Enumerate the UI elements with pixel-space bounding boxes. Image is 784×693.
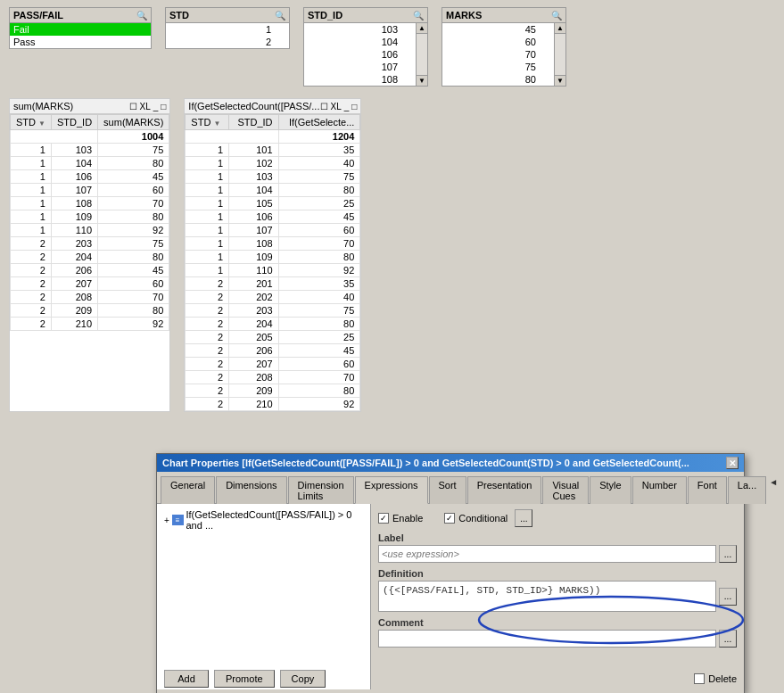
- comment-input[interactable]: [378, 630, 716, 648]
- if-getselected-icon-min[interactable]: _: [344, 102, 350, 111]
- tab-presentation[interactable]: Presentation: [467, 476, 542, 504]
- table-row[interactable]: 110760: [186, 224, 360, 237]
- tab-scroll-right[interactable]: ►: [780, 475, 784, 503]
- table-row[interactable]: 110525: [186, 197, 360, 210]
- dialog-expression-item[interactable]: + ≡ If(GetSelectedCount([PASS/FAIL]) > 0…: [161, 507, 367, 532]
- marks-scroll-up[interactable]: ▲: [555, 23, 565, 34]
- sum-marks-icon-max[interactable]: □: [161, 102, 166, 111]
- tab-dimensions[interactable]: Dimensions: [216, 476, 286, 504]
- table-row[interactable]: 221092: [11, 318, 169, 331]
- table-row[interactable]: 111092: [186, 264, 360, 277]
- table-row[interactable]: 220240: [186, 291, 360, 304]
- stdid-value-106[interactable]: 106: [304, 48, 416, 61]
- table-row[interactable]: 110645: [186, 210, 360, 224]
- table-row[interactable]: 110980: [11, 210, 169, 224]
- stdid-value-104[interactable]: 104: [304, 36, 416, 48]
- table-row[interactable]: 220870: [11, 291, 169, 304]
- passfall-search-icon[interactable]: 🔍: [136, 11, 147, 21]
- std-search-icon[interactable]: 🔍: [275, 11, 285, 21]
- table-row[interactable]: 220525: [186, 331, 360, 344]
- sum-marks-col-std[interactable]: STD ▼: [11, 115, 52, 130]
- tab-sort[interactable]: Sort: [429, 476, 466, 504]
- table-row[interactable]: 220375: [186, 304, 360, 318]
- table-row[interactable]: 110980: [186, 251, 360, 264]
- if-getselected-icon-xl[interactable]: XL: [331, 102, 342, 111]
- table-row[interactable]: 110240: [186, 157, 360, 170]
- stdid-search-icon[interactable]: 🔍: [413, 11, 424, 21]
- passfall-item-pass[interactable]: Pass: [10, 36, 151, 48]
- sum-marks-icon-doc[interactable]: ☐: [129, 102, 137, 111]
- table-row[interactable]: 110375: [186, 170, 360, 184]
- table-row[interactable]: 110480: [11, 157, 169, 170]
- tab-la[interactable]: La...: [728, 476, 766, 504]
- if-getselected-col-std[interactable]: STD ▼: [186, 115, 229, 130]
- table-row[interactable]: 220870: [186, 371, 360, 384]
- sum-marks-icon-xl[interactable]: XL: [140, 102, 151, 111]
- copy-button[interactable]: Copy: [280, 670, 326, 688]
- sum-marks-col-stdid[interactable]: STD_ID: [51, 115, 97, 130]
- marks-value-75[interactable]: 75: [442, 61, 554, 73]
- enable-checkbox[interactable]: ✓: [378, 513, 389, 524]
- sum-marks-icon-min[interactable]: _: [153, 102, 159, 111]
- tab-expressions[interactable]: Expressions: [355, 476, 428, 504]
- sum-marks-col-sum[interactable]: sum(MARKS): [98, 115, 169, 130]
- promote-button[interactable]: Promote: [214, 670, 275, 688]
- table-row[interactable]: 220980: [186, 384, 360, 398]
- stdid-value-107[interactable]: 107: [304, 61, 416, 73]
- tab-general[interactable]: General: [161, 476, 215, 504]
- table-row[interactable]: 220760: [11, 277, 169, 291]
- passfall-item-fail[interactable]: Fail: [10, 23, 151, 36]
- table-row[interactable]: 110645: [11, 170, 169, 184]
- table-row[interactable]: 110135: [186, 144, 360, 157]
- table-row[interactable]: 110870: [186, 237, 360, 251]
- std-value-2[interactable]: 2: [166, 36, 289, 48]
- tab-scroll-left[interactable]: ◄: [767, 475, 780, 503]
- tab-font[interactable]: Font: [688, 476, 727, 504]
- tab-number[interactable]: Number: [632, 476, 687, 504]
- stdid-scroll-down[interactable]: ▼: [417, 75, 427, 86]
- conditional-checkbox[interactable]: ✓: [444, 513, 455, 524]
- if-getselected-col-stdid[interactable]: STD_ID: [229, 115, 278, 130]
- marks-scroll-down[interactable]: ▼: [555, 75, 565, 86]
- stdid-scroll-up[interactable]: ▲: [417, 23, 427, 34]
- dialog-close-button[interactable]: ✕: [726, 457, 739, 469]
- table-row[interactable]: 110760: [11, 184, 169, 197]
- conditional-btn[interactable]: ...: [515, 509, 532, 527]
- table-row[interactable]: 220375: [11, 237, 169, 251]
- tab-style[interactable]: Style: [590, 476, 631, 504]
- definition-btn[interactable]: ...: [719, 588, 737, 606]
- if-getselected-col-if[interactable]: If(GetSelecte...: [278, 115, 360, 130]
- marks-value-80[interactable]: 80: [442, 73, 554, 86]
- marks-search-icon[interactable]: 🔍: [551, 11, 562, 21]
- label-input[interactable]: [378, 545, 716, 563]
- tab-dimension-limits[interactable]: Dimension Limits: [288, 476, 354, 504]
- marks-value-70[interactable]: 70: [442, 48, 554, 61]
- tab-visual-cues[interactable]: Visual Cues: [542, 476, 589, 504]
- table-row[interactable]: 110375: [11, 144, 169, 157]
- table-row[interactable]: 111092: [11, 224, 169, 237]
- table-row[interactable]: 110870: [11, 197, 169, 210]
- table-row[interactable]: 220480: [11, 251, 169, 264]
- if-getselected-icon-max[interactable]: □: [351, 102, 357, 111]
- expand-icon[interactable]: +: [164, 516, 169, 525]
- table-row[interactable]: 220980: [11, 304, 169, 318]
- table-row[interactable]: 220135: [186, 277, 360, 291]
- label-btn[interactable]: ...: [719, 545, 737, 563]
- stdid-scroll-area[interactable]: [417, 34, 427, 75]
- table-row[interactable]: 220645: [11, 264, 169, 277]
- marks-value-60[interactable]: 60: [442, 36, 554, 48]
- stdid-value-108[interactable]: 108: [304, 73, 416, 86]
- if-getselected-icon-doc[interactable]: ☐: [320, 102, 328, 111]
- add-button[interactable]: Add: [164, 670, 209, 688]
- marks-scroll-area[interactable]: [555, 34, 565, 75]
- stdid-value-103[interactable]: 103: [304, 23, 416, 36]
- marks-value-45[interactable]: 45: [442, 23, 554, 36]
- table-row[interactable]: 220645: [186, 344, 360, 358]
- comment-btn[interactable]: ...: [719, 630, 737, 648]
- table-row[interactable]: 220480: [186, 318, 360, 331]
- table-row[interactable]: 110480: [186, 184, 360, 197]
- table-row[interactable]: 220760: [186, 358, 360, 371]
- table-row[interactable]: 221092: [186, 398, 360, 411]
- std-value-1[interactable]: 1: [166, 23, 289, 36]
- delete-checkbox[interactable]: [694, 673, 705, 684]
